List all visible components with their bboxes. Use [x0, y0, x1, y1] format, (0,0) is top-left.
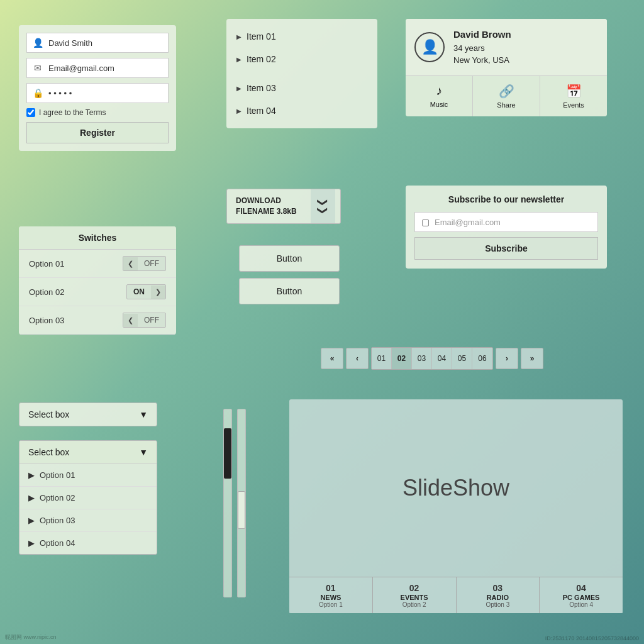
watermark: ID:2531170 20140815205732844000 [545, 635, 639, 641]
email-field[interactable]: ✉ Email@gmail.com [26, 58, 169, 78]
menu-item-label-3: Item 03 [247, 83, 276, 93]
tab-sub-2: Option 2 [377, 601, 452, 608]
scrollbar-track-1[interactable] [223, 409, 232, 597]
password-value: • • • • • [48, 89, 72, 98]
menu-list: ▶ Item 01 ▶ Item 02 ▶ Item 03 ▶ Item 04 [226, 19, 377, 128]
select-option-4[interactable]: ▶ Option 04 [19, 532, 157, 554]
tab-num-1: 01 [326, 583, 336, 593]
lock-icon: 🔒 [32, 87, 43, 99]
agree-label: I agree to the Terms [39, 108, 106, 117]
option-arrow-2: ▶ [28, 493, 35, 502]
profile-header: 👤 David Brown 34 years New York, USA [406, 19, 607, 75]
slideshow-tabs: 01 NEWS Option 1 02 EVENTS Option 2 03 R… [289, 577, 623, 613]
share-icon: 🔗 [499, 84, 514, 99]
avatar: 👤 [414, 32, 445, 62]
page-02[interactable]: 02 [392, 348, 412, 369]
menu-item-label-2: Item 02 [247, 54, 276, 64]
menu-item-3[interactable]: ▶ Item 03 [226, 77, 377, 99]
prev-page-button[interactable]: ‹ [346, 348, 369, 369]
switch-left-1[interactable]: ❮ [123, 257, 138, 270]
name-field[interactable]: 👤 David Smith [26, 33, 169, 53]
subscribe-button[interactable]: Subscribe [414, 237, 598, 260]
button-1[interactable]: Button [239, 245, 340, 272]
switch-label-3: Option 03 [29, 316, 64, 325]
nipic-logo: 昵图网 www.nipic.cn [5, 633, 57, 641]
first-page-button[interactable]: « [321, 348, 343, 369]
scrollbar-track-2[interactable] [237, 409, 246, 597]
password-field[interactable]: 🔒 • • • • • [26, 83, 169, 103]
tab-label-4: PC GAMES [543, 594, 619, 601]
switch-state-3: OFF [138, 313, 165, 327]
profile-age: 34 years [453, 43, 485, 53]
agree-row[interactable]: I agree to the Terms [26, 108, 169, 117]
switch-control-1[interactable]: ❮ OFF [123, 256, 166, 271]
slideshow-title: SlideShow [402, 475, 509, 501]
select-box[interactable]: Select box ▼ [19, 402, 157, 426]
scrollbar-thumb-dark[interactable] [224, 428, 231, 479]
select-dropdown-label: Select box [28, 447, 69, 457]
last-page-button[interactable]: » [521, 348, 543, 369]
slideshow-tab-2[interactable]: 02 EVENTS Option 2 [373, 577, 457, 613]
scrollbar-container [223, 409, 248, 597]
share-action[interactable]: 🔗 Share [473, 76, 540, 116]
menu-item-4[interactable]: ▶ Item 04 [226, 99, 377, 122]
button-group: Button Button [239, 245, 340, 304]
profile-card: 👤 David Brown 34 years New York, USA ♪ M… [406, 19, 607, 116]
select-dropdown-header[interactable]: Select box ▼ [19, 441, 157, 464]
profile-name: David Brown [453, 29, 511, 40]
tab-num-3: 03 [493, 583, 503, 593]
music-icon: ♪ [436, 84, 442, 98]
scrollbar-thumb-light[interactable] [238, 491, 245, 529]
page-01[interactable]: 01 [372, 348, 392, 369]
download-text: DOWNLOAD FILENAME 3.8kB [227, 189, 306, 223]
register-form: 👤 David Smith ✉ Email@gmail.com 🔒 • • • … [19, 25, 176, 151]
newsletter-title: Subscribe to our newsletter [414, 194, 598, 204]
menu-item-1[interactable]: ▶ Item 01 [226, 25, 377, 48]
register-button[interactable]: Register [26, 122, 169, 143]
name-value: David Smith [48, 38, 92, 48]
page-03[interactable]: 03 [412, 348, 432, 369]
select-option-1[interactable]: ▶ Option 01 [19, 464, 157, 487]
email-value: Email@gmail.com [48, 64, 114, 73]
next-page-button[interactable]: › [496, 348, 518, 369]
option-arrow-4: ▶ [28, 538, 35, 548]
switch-right-2[interactable]: ❯ [151, 286, 165, 299]
agree-checkbox[interactable] [26, 108, 35, 117]
slideshow-tab-1[interactable]: 01 NEWS Option 1 [289, 577, 373, 613]
button-2[interactable]: Button [239, 278, 340, 304]
user-icon: 👤 [32, 37, 43, 48]
select-chevron-icon: ▼ [139, 409, 148, 419]
option-arrow-1: ▶ [28, 470, 35, 480]
select-option-3[interactable]: ▶ Option 03 [19, 509, 157, 532]
download-button[interactable]: DOWNLOAD FILENAME 3.8kB ❯❯ [226, 189, 341, 224]
music-action[interactable]: ♪ Music [406, 76, 473, 116]
slideshow-tab-3[interactable]: 03 RADIO Option 3 [457, 577, 540, 613]
page-04[interactable]: 04 [432, 348, 452, 369]
option-label-2: Option 02 [40, 493, 75, 502]
events-icon: 📅 [566, 84, 582, 99]
tab-sub-3: Option 3 [460, 601, 536, 608]
page-06[interactable]: 06 [472, 348, 492, 369]
slideshow-main: SlideShow [289, 399, 623, 577]
menu-item-2[interactable]: ▶ Item 02 [226, 48, 377, 70]
switch-control-3[interactable]: ❮ OFF [123, 313, 166, 328]
download-chevron-icon: ❯❯ [311, 189, 335, 223]
arrow-icon-3: ▶ [236, 85, 242, 92]
switch-left-3[interactable]: ❮ [123, 314, 138, 327]
menu-item-label-1: Item 01 [247, 31, 276, 42]
switch-control-2[interactable]: ON ❯ [126, 284, 166, 299]
share-label: Share [497, 101, 515, 109]
option-label-3: Option 03 [40, 516, 75, 525]
tab-sub-4: Option 4 [543, 601, 619, 608]
page-05[interactable]: 05 [452, 348, 472, 369]
slideshow-tab-4[interactable]: 04 PC GAMES Option 4 [540, 577, 623, 613]
newsletter-email-field[interactable]: ▢ Email@gmail.com [414, 212, 598, 232]
select-label: Select box [28, 409, 69, 419]
profile-location: New York, USA [453, 55, 509, 65]
events-action[interactable]: 📅 Events [540, 76, 607, 116]
newsletter-panel: Subscribe to our newsletter ▢ Email@gmai… [406, 186, 607, 269]
switch-label-1: Option 01 [29, 259, 64, 269]
select-option-2[interactable]: ▶ Option 02 [19, 487, 157, 509]
arrow-icon-1: ▶ [236, 33, 242, 40]
option-arrow-3: ▶ [28, 516, 35, 525]
